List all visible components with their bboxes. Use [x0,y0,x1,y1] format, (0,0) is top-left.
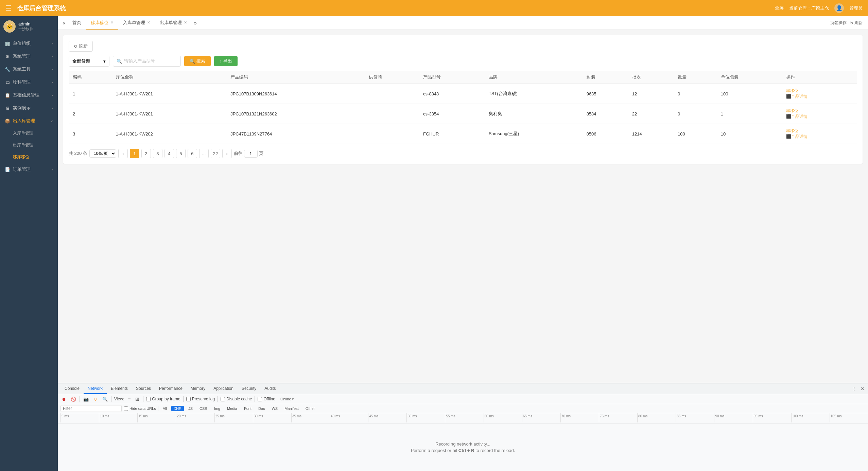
timeline-tick: 45 ms [368,413,406,422]
devtools-close-btn[interactable]: ✕ [860,385,865,392]
devtools-tab-elements[interactable]: Elements [107,383,132,394]
disable-cache-checkbox[interactable] [221,397,225,401]
tab-home[interactable]: 首页 [68,16,86,30]
view-waterfall-btn[interactable]: ⊞ [134,396,140,402]
filter-ws-btn[interactable]: WS [269,406,280,411]
group-by-frame-checkbox[interactable] [146,397,151,401]
search-btn[interactable]: 🔍 搜索 [184,56,211,66]
page-5-btn[interactable]: 5 [176,149,186,158]
cell-supplier [365,104,419,124]
filter-icon-btn[interactable]: ▽ [92,396,99,402]
disable-cache-label[interactable]: Disable cache [221,397,252,401]
move-link[interactable]: 串移位 [786,88,853,94]
sidebar-sub-inbound[interactable]: 入库单管理 [0,127,58,139]
tab-next-btn[interactable]: » [192,20,199,26]
tab-prev-btn[interactable]: « [60,20,68,26]
sidebar-item-demo[interactable]: 🖥 实例演示 › [0,102,58,114]
devtools-tab-audits[interactable]: Audits [260,383,280,394]
sidebar-item-sys-tools[interactable]: 🔧 系统工具 › [0,63,58,76]
tab-outbound[interactable]: 出库单管理 ✕ [155,16,192,30]
devtools-tab-security[interactable]: Security [238,383,260,394]
cell-id: 2 [69,104,112,124]
page-size-select[interactable]: 10条/页 20条/页 50条/页 [89,149,116,158]
sidebar-item-material[interactable]: 🗂 物料管理 › [0,76,58,89]
search-icon-btn[interactable]: 🔍 [102,396,108,402]
user-info: admin 一沙软件 [18,21,33,32]
shelf-select[interactable]: 全部货架 ▾ [69,56,109,67]
tab-inbound-close[interactable]: ✕ [147,20,150,25]
refresh-tab-btn[interactable]: ↻ 刷新 [850,20,863,26]
page-next-btn[interactable]: › [222,149,232,158]
move-link[interactable]: 串移位 [786,128,853,134]
view-list-btn[interactable]: ≡ [127,396,132,402]
hide-data-urls-label[interactable]: Hide data URLs [124,406,156,411]
tab-transfer[interactable]: 移库移位 ✕ [86,16,118,30]
sidebar-item-label: 订单管理 [13,166,31,173]
offline-label[interactable]: Offline [258,397,275,401]
filter-other-btn[interactable]: Other [303,406,317,411]
tab-inbound[interactable]: 入库单管理 ✕ [118,16,155,30]
devtools-tab-memory[interactable]: Memory [187,383,209,394]
admin-label: 管理员 [849,5,863,11]
separator [80,396,80,402]
page-prev-btn[interactable]: ‹ [118,149,128,158]
sidebar-item-order[interactable]: 📑 订单管理 › [0,163,58,176]
filter-input[interactable] [60,405,122,412]
detail-link[interactable]: ⬛产品详情 [786,114,853,120]
detail-link[interactable]: ⬛产品详情 [786,94,853,99]
page-6-btn[interactable]: 6 [188,149,197,158]
page-1-btn[interactable]: 1 [130,149,139,158]
page-op-btn[interactable]: 页签操作 [830,20,847,26]
move-link[interactable]: 串移位 [786,108,853,114]
filter-xhr-btn[interactable]: XHR [171,406,184,411]
preserve-log-label[interactable]: Preserve log [186,397,215,401]
page-4-btn[interactable]: 4 [164,149,174,158]
preserve-log-checkbox[interactable] [186,397,191,401]
camera-btn[interactable]: 📷 [83,396,89,402]
devtools-more-btn[interactable]: ⋮ [851,385,857,392]
page-3-btn[interactable]: 3 [153,149,162,158]
group-by-frame-label[interactable]: Group by frame [146,397,180,401]
filter-manifest-btn[interactable]: Manifest [282,406,301,411]
table-row: 2 1-A-HJ001-KW201 JPC107B1321N263602 cs-… [69,104,857,124]
sidebar-sub-outbound[interactable]: 出库单管理 [0,139,58,151]
devtools-tab-console[interactable]: Console [60,383,84,394]
separator4 [183,396,184,402]
goto-input[interactable] [244,150,258,158]
detail-link[interactable]: ⬛产品详情 [786,134,853,140]
devtools-tab-sources[interactable]: Sources [132,383,155,394]
page-22-btn[interactable]: 22 [211,149,220,158]
tab-outbound-close[interactable]: ✕ [184,20,187,25]
filter-media-btn[interactable]: Media [225,406,240,411]
stop-recording-btn[interactable]: 🚫 [70,396,77,402]
filter-js-btn[interactable]: JS [186,406,195,411]
hamburger-icon[interactable]: ☰ [5,4,12,12]
devtools-tab-application[interactable]: Application [209,383,238,394]
filter-all-btn[interactable]: All [160,406,169,411]
admin-avatar[interactable]: 👤 [834,3,844,13]
tab-transfer-close[interactable]: ✕ [110,20,114,25]
online-dropdown[interactable]: Online ▾ [278,396,296,402]
offline-checkbox[interactable] [258,397,262,401]
refresh-btn[interactable]: ↻ 刷新 [69,41,93,52]
sidebar-item-inout[interactable]: 📦 出入库管理 ∨ [0,114,58,127]
sidebar-item-base-info[interactable]: 📋 基础信息管理 › [0,89,58,102]
record-btn[interactable]: ⏺ [60,396,67,402]
filter-font-btn[interactable]: Font [242,406,254,411]
search-input-box[interactable]: 🔍 请输入产品型号 [113,56,181,67]
sidebar-item-unit-org[interactable]: 🏢 单位组织 › [0,37,58,50]
sidebar-item-sys-mgmt[interactable]: ⚙ 系统管理 › [0,50,58,63]
filter-img-btn[interactable]: Img [212,406,223,411]
page-content: ↻ 刷新 全部货架 ▾ 🔍 请输入产品型号 🔍 搜索 [58,30,868,383]
devtools-tab-network[interactable]: Network [84,383,107,394]
search-icon: 🔍 [190,59,195,64]
page-2-btn[interactable]: 2 [141,149,151,158]
fullscreen-btn[interactable]: 全屏 [775,5,784,11]
filter-css-btn[interactable]: CSS [197,406,210,411]
sidebar-item-label: 系统管理 [13,53,31,59]
filter-doc-btn[interactable]: Doc [256,406,267,411]
sidebar-sub-transfer[interactable]: 移库移位 [0,151,58,163]
export-btn[interactable]: ↑ 导出 [214,56,238,66]
devtools-tab-performance[interactable]: Performance [155,383,187,394]
hide-data-urls-checkbox[interactable] [124,406,128,411]
